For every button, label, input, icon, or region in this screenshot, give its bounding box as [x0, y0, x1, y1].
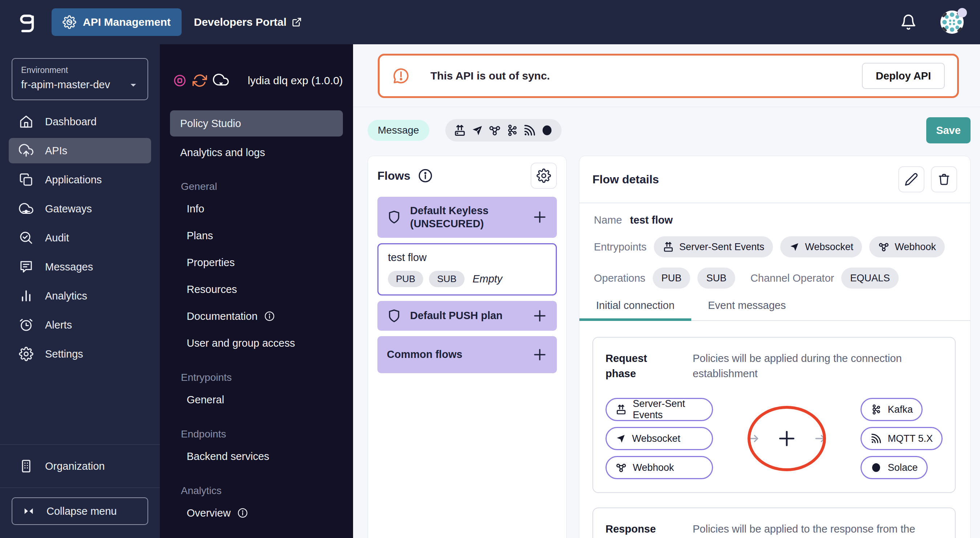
- cloud-upload-icon: [19, 143, 33, 158]
- sidebar-item-organization[interactable]: Organization: [9, 445, 151, 487]
- flow-details-panel: Flow details Name test flow Entrypoints: [579, 156, 970, 538]
- flow-plan-default-keyless[interactable]: Default Keyless (UNSECURED): [377, 197, 557, 238]
- environment-label: Environment: [21, 65, 139, 75]
- api-sidebar: lydia dlq exp (1.0.0) Policy Studio Anal…: [160, 44, 353, 538]
- sidebar-item-label: Analytics: [45, 290, 87, 302]
- flows-panel: Flows Default Keyless (UNSECURED) test f…: [368, 156, 566, 538]
- environment-value: fr-apim-master-dev: [21, 79, 128, 91]
- solace-icon: [870, 462, 882, 473]
- flow-group-common-flows[interactable]: Common flows: [377, 336, 557, 373]
- main-divider: [353, 107, 980, 107]
- flow-item-test-flow[interactable]: test flow PUB SUB Empty: [377, 243, 557, 295]
- tab-initial-connection[interactable]: Initial connection: [579, 300, 691, 320]
- response-phase-title: Response: [606, 521, 678, 536]
- api-menu-plans[interactable]: Plans: [160, 222, 353, 249]
- kafka-icon: [870, 404, 882, 415]
- api-type-badge: Message: [368, 120, 430, 141]
- request-endpoint-kafka[interactable]: Kafka: [861, 398, 923, 421]
- flows-title: Flows: [377, 169, 410, 183]
- api-section-general: General: [160, 181, 353, 192]
- environment-selector[interactable]: Environment fr-apim-master-dev: [12, 58, 148, 100]
- sidebar-item-settings[interactable]: Settings: [9, 341, 151, 367]
- entrypoint-chip-websocket: Websocket: [780, 236, 862, 257]
- websocket-icon: [615, 433, 626, 444]
- sub-badge: SUB: [429, 271, 464, 287]
- sidebar-item-alerts[interactable]: Alerts: [9, 312, 151, 338]
- sidebar-item-messages[interactable]: Messages: [9, 254, 151, 279]
- entrypoints-label: Entrypoints: [594, 241, 647, 253]
- collapse-menu-button[interactable]: Collapse menu: [12, 497, 148, 525]
- notifications-bell-button[interactable]: [900, 14, 917, 30]
- webhook-icon: [878, 241, 889, 253]
- api-menu-info[interactable]: Info: [160, 195, 353, 222]
- api-menu-properties[interactable]: Properties: [160, 249, 353, 276]
- info-icon[interactable]: [418, 168, 433, 183]
- request-entrypoint-websocket[interactable]: Websocket: [606, 427, 713, 450]
- tab-event-messages[interactable]: Event messages: [691, 300, 802, 320]
- flow-plan-default-push[interactable]: Default PUSH plan: [377, 301, 557, 331]
- api-section-entrypoints: Entrypoints: [160, 372, 353, 383]
- audit-search-icon: [19, 230, 33, 245]
- websocket-icon: [471, 124, 484, 137]
- plan-label: Default Keyless (UNSECURED): [410, 204, 523, 230]
- api-menu-user-group-access[interactable]: User and group access: [160, 330, 353, 357]
- info-icon: [264, 311, 275, 322]
- sidebar-item-dashboard[interactable]: Dashboard: [9, 109, 151, 134]
- gateway-cloud-icon: [19, 202, 33, 216]
- api-menu-backend-services[interactable]: Backend services: [160, 443, 353, 470]
- flows-settings-button[interactable]: [531, 163, 557, 189]
- sidebar-item-label: Alerts: [45, 319, 72, 331]
- main-content: This API is out of sync. Deploy API Mess…: [353, 44, 980, 538]
- name-label: Name: [594, 214, 622, 226]
- save-button[interactable]: Save: [926, 117, 970, 143]
- sidebar-item-label: APIs: [45, 145, 67, 157]
- request-entrypoint-sse[interactable]: Server-Sent Events: [606, 398, 713, 421]
- request-endpoint-solace[interactable]: Solace: [861, 456, 928, 479]
- api-menu-documentation[interactable]: Documentation: [160, 303, 353, 330]
- pub-badge: PUB: [388, 271, 423, 287]
- server-sent-events-icon: [663, 241, 674, 253]
- gravitee-logo[interactable]: [16, 11, 39, 34]
- chevron-down-icon: [128, 79, 139, 90]
- api-name: lydia dlq exp (1.0.0): [248, 75, 343, 87]
- trash-icon: [937, 173, 951, 186]
- websocket-icon: [789, 241, 800, 252]
- plan-label: Default PUSH plan: [410, 309, 523, 322]
- entrypoint-chip-webhook: Webhook: [869, 236, 945, 257]
- sidebar-item-audit[interactable]: Audit: [9, 225, 151, 251]
- api-menu-policy-studio[interactable]: Policy Studio: [170, 110, 343, 136]
- developers-portal-link[interactable]: Developers Portal: [194, 16, 302, 28]
- arrow-right-icon: [746, 431, 760, 446]
- user-avatar[interactable]: [940, 10, 964, 34]
- api-menu-resources[interactable]: Resources: [160, 276, 353, 303]
- edit-flow-button[interactable]: [898, 166, 924, 192]
- api-menu-analytics-and-logs[interactable]: Analytics and logs: [170, 140, 343, 165]
- add-flow-plus-icon[interactable]: [532, 308, 547, 324]
- api-menu-overview[interactable]: Overview: [160, 500, 353, 526]
- webhook-icon: [615, 462, 627, 473]
- sidebar-item-gateways[interactable]: Gateways: [9, 196, 151, 221]
- sidebar-item-apis[interactable]: APIs: [9, 138, 151, 163]
- flow-details-tabs: Initial connection Event messages: [579, 300, 970, 321]
- operation-chip-pub: PUB: [653, 268, 690, 289]
- sidebar-item-applications[interactable]: Applications: [9, 167, 151, 192]
- kafka-icon: [506, 124, 519, 137]
- sidebar-item-analytics[interactable]: Analytics: [9, 283, 151, 309]
- request-entrypoint-webhook[interactable]: Webhook: [606, 456, 713, 479]
- avatar-status-dot: [958, 8, 967, 17]
- sidebar-item-label: Applications: [45, 174, 102, 186]
- mqtt-icon: [523, 124, 536, 137]
- delete-flow-button[interactable]: [931, 166, 957, 192]
- add-policy-plus-icon[interactable]: [776, 428, 797, 449]
- gravitee-g-icon: [18, 12, 38, 32]
- api-menu-entrypoints-general[interactable]: General: [160, 386, 353, 413]
- add-flow-plus-icon[interactable]: [532, 347, 547, 362]
- sidebar-item-label: Settings: [45, 348, 83, 360]
- deploy-api-button[interactable]: Deploy API: [862, 63, 945, 89]
- api-menu-label: Policy Studio: [180, 117, 241, 130]
- api-management-nav-button[interactable]: API Management: [52, 8, 181, 36]
- api-not-deployed-cloud-icon: [213, 73, 229, 89]
- request-endpoint-mqtt[interactable]: MQTT 5.X: [861, 427, 943, 450]
- add-flow-plus-icon[interactable]: [532, 209, 547, 225]
- sidebar-item-label: Audit: [45, 232, 69, 244]
